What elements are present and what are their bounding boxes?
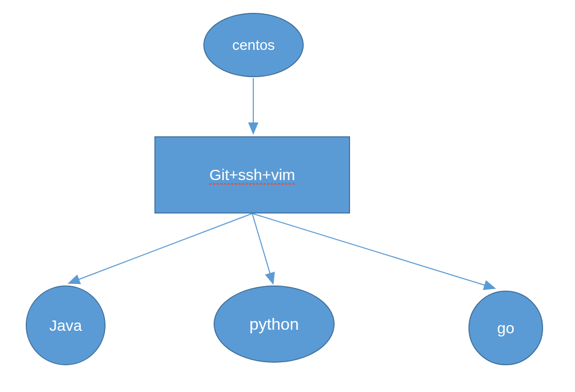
svg-line-3 bbox=[252, 213, 273, 283]
node-python-label: python bbox=[249, 315, 299, 334]
svg-line-4 bbox=[252, 213, 494, 288]
node-go-label: go bbox=[497, 319, 514, 337]
node-centos-label: centos bbox=[232, 37, 275, 54]
node-middle: Git+ssh+vim bbox=[154, 136, 350, 213]
node-python: python bbox=[214, 286, 335, 363]
node-java-label: Java bbox=[49, 317, 82, 334]
node-centos: centos bbox=[203, 13, 304, 77]
node-java: Java bbox=[26, 286, 106, 365]
node-go: go bbox=[468, 291, 543, 365]
svg-line-2 bbox=[69, 213, 252, 283]
node-middle-label: Git+ssh+vim bbox=[210, 166, 295, 184]
